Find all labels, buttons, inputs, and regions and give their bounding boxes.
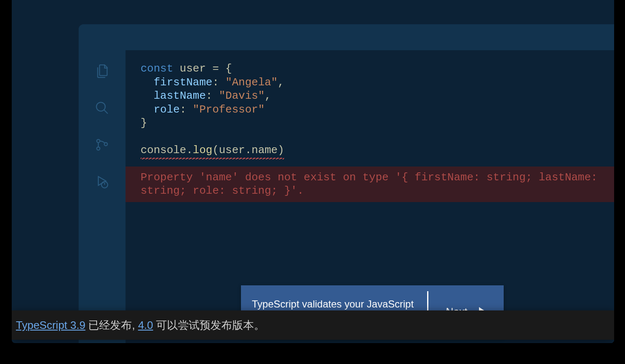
code-method: log — [193, 144, 213, 156]
code-string: "Davis" — [219, 90, 264, 102]
announcement-text: 已经发布, — [85, 319, 138, 331]
error-message: Property 'name' does not exist on type '… — [126, 167, 614, 202]
code-error-squiggle: console.log(user.name) — [141, 144, 284, 157]
svg-point-4 — [104, 143, 108, 146]
code-punct: , — [264, 90, 271, 102]
code-punct: . — [245, 144, 252, 156]
typescript-39-link[interactable]: TypeScript 3.9 — [16, 319, 85, 331]
code-punct: : — [213, 76, 225, 89]
code-ident: name — [251, 144, 277, 156]
code-punct: ) — [278, 144, 284, 156]
editor-body: const user = { firstName: "Angela", last… — [79, 50, 614, 343]
announcement-text: 可以尝试预发布版本。 — [153, 319, 265, 331]
code-content: const user = { firstName: "Angela", last… — [126, 62, 614, 157]
code-punct: : — [206, 90, 219, 102]
code-ident: user — [219, 144, 245, 156]
debug-icon[interactable] — [94, 173, 110, 190]
code-string: "Professor" — [193, 103, 265, 116]
code-string: "Angela" — [225, 76, 278, 89]
code-punct: ( — [213, 144, 219, 156]
code-prop: firstName — [154, 76, 212, 89]
code-prop: role — [154, 103, 179, 116]
code-punct: } — [141, 117, 147, 129]
code-ident: console — [141, 144, 186, 156]
code-punct: = { — [213, 62, 232, 75]
code-ident: user — [173, 62, 213, 75]
code-punct: : — [180, 103, 193, 116]
typescript-40-link[interactable]: 4.0 — [138, 319, 153, 331]
code-prop: lastName — [154, 90, 206, 102]
svg-line-1 — [104, 110, 108, 114]
svg-point-2 — [97, 139, 100, 143]
editor-window: const user = { firstName: "Angela", last… — [79, 24, 614, 343]
svg-point-3 — [97, 147, 100, 150]
svg-point-0 — [97, 103, 105, 111]
search-icon[interactable] — [94, 100, 110, 116]
code-keyword: const — [141, 62, 173, 75]
source-control-icon[interactable] — [94, 136, 110, 153]
files-icon[interactable] — [94, 63, 110, 79]
page-container: const user = { firstName: "Angela", last… — [12, 0, 614, 343]
announcement-bar: TypeScript 3.9 已经发布, 4.0 可以尝试预发布版本。 — [12, 310, 614, 340]
code-punct: . — [186, 144, 193, 156]
code-editor[interactable]: const user = { firstName: "Angela", last… — [126, 50, 614, 343]
editor-titlebar — [79, 24, 614, 50]
activity-bar — [79, 50, 126, 343]
code-punct: , — [278, 76, 284, 89]
